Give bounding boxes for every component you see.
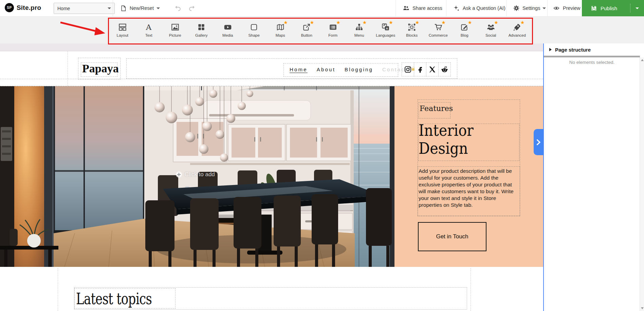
shape-icon xyxy=(249,23,259,32)
chevron-down-icon xyxy=(542,7,546,9)
get-in-touch-button[interactable]: Get in Touch xyxy=(418,222,486,251)
toolbar-item-picture[interactable]: Picture xyxy=(162,18,188,42)
new-reset-button[interactable]: New/Reset xyxy=(119,0,160,16)
breakpoint-ruler xyxy=(0,43,543,51)
pro-star-icon: ★ xyxy=(336,20,341,25)
topbar-separator xyxy=(113,0,113,16)
topbar-separator xyxy=(506,0,507,16)
slide-panel-handle-button[interactable] xyxy=(534,129,543,155)
scroll-down-icon xyxy=(641,307,644,309)
toolbar-item-label: Languages xyxy=(376,33,395,37)
menu-sitemap-icon: ★ xyxy=(354,23,364,32)
media-icon xyxy=(223,23,233,32)
maps-icon: ★ xyxy=(275,23,286,32)
feature-eyebrow[interactable]: Features xyxy=(420,104,453,113)
toolbar-item-form[interactable]: ★ Form xyxy=(320,18,346,42)
hero-section[interactable]: Click to add Features Interior Design Ad… xyxy=(0,86,543,267)
chevron-down-icon xyxy=(108,7,111,9)
toolbar-item-label: Blog xyxy=(461,33,468,37)
brand: SP Site.pro xyxy=(5,3,41,12)
chevron-down-icon xyxy=(636,7,639,9)
toolbar-item-commerce[interactable]: ★ Commerce xyxy=(425,18,452,42)
toolbar-item-label: Menu xyxy=(354,33,364,37)
editor-guide-line xyxy=(68,51,68,86)
page-structure-title: Page structure xyxy=(555,47,591,53)
facebook-icon[interactable] xyxy=(414,62,426,76)
toolbar-item-text[interactable]: A Text xyxy=(136,18,162,42)
toolbar-item-label: Commerce xyxy=(429,33,448,37)
page-selector-dropdown[interactable]: Home xyxy=(54,3,115,14)
nav-link-home[interactable]: Home xyxy=(290,67,308,72)
text-icon: A xyxy=(144,23,154,32)
preview-button[interactable]: Preview xyxy=(553,0,581,16)
instagram-icon[interactable] xyxy=(402,62,414,76)
page-structure-toggle[interactable]: Page structure xyxy=(544,43,644,56)
toolbar-item-advanced[interactable]: ★ Advanced xyxy=(504,18,531,42)
panel-scrollbar[interactable] xyxy=(640,57,644,311)
toolbar-item-media[interactable]: Media xyxy=(215,18,241,42)
social-links xyxy=(402,62,451,76)
redo-button[interactable] xyxy=(188,4,196,12)
toolbar-item-label: Text xyxy=(145,33,152,37)
button-icon: ★ xyxy=(301,23,312,32)
page-structure-panel: Page structure No elements selected. xyxy=(543,43,644,311)
preview-label: Preview xyxy=(563,5,581,11)
sparkle-ai-icon xyxy=(453,4,460,12)
toolbar-item-menu[interactable]: ★ Menu xyxy=(346,18,373,42)
toolbar-item-social[interactable]: ★ Social xyxy=(478,18,504,42)
pro-star-icon: ★ xyxy=(389,20,393,25)
toolbar-item-label: Media xyxy=(222,33,233,37)
cart-icon: ★ xyxy=(433,23,443,32)
toolbar-item-label: Maps xyxy=(276,33,285,37)
undo-button[interactable] xyxy=(174,4,182,12)
toolbar-item-blog[interactable]: ★ Blog xyxy=(452,18,478,42)
toolbar-item-layout[interactable]: Layout xyxy=(109,18,136,42)
toolbar-item-label: Button xyxy=(301,33,312,37)
toolbar-item-maps[interactable]: ★ Maps xyxy=(267,18,294,42)
triangle-right-icon xyxy=(549,48,552,51)
feature-title[interactable]: Interior Design xyxy=(419,122,474,158)
ask-ai-label: Ask a Question (AI) xyxy=(463,5,505,11)
chevron-down-icon xyxy=(157,7,160,9)
toolbar-item-label: Layout xyxy=(116,33,128,37)
panel-divider xyxy=(544,56,640,57)
pro-star-icon: ★ xyxy=(468,20,472,25)
toolbar-item-gallery[interactable]: Gallery xyxy=(188,18,215,42)
toolbar-item-shape[interactable]: Shape xyxy=(241,18,268,42)
toolbar-item-languages[interactable]: A ★ Languages xyxy=(372,18,399,42)
toolbar-item-blocks[interactable]: ★ Blocks xyxy=(399,18,425,42)
pro-star-icon: ★ xyxy=(520,20,525,25)
publish-dropdown-button[interactable] xyxy=(630,4,644,13)
toolbar-item-label: Social xyxy=(485,33,496,37)
latest-topics-heading[interactable]: Latest topics xyxy=(76,289,152,308)
share-access-button[interactable]: Share access xyxy=(402,0,442,16)
element-toolbar-items: Layout A Text Picture Gallery Media Shap… xyxy=(109,18,530,42)
hero-feature-panel[interactable]: Features Interior Design Add your produc… xyxy=(394,86,543,267)
site-canvas[interactable]: Papaya Home About Blogging Contacts xyxy=(0,51,543,311)
site-logo-text[interactable]: Papaya xyxy=(82,62,119,75)
blog-edit-icon: ★ xyxy=(459,23,470,32)
pro-star-icon: ★ xyxy=(415,20,420,25)
reddit-icon[interactable] xyxy=(438,62,451,76)
toolbar-item-label: Gallery xyxy=(195,33,207,37)
publish-button[interactable]: Publish xyxy=(582,0,644,16)
toolbar-item-label: Blocks xyxy=(406,33,418,37)
scroll-up-icon xyxy=(641,59,644,61)
chevron-right-icon xyxy=(536,139,540,145)
toolbar-item-button[interactable]: ★ Button xyxy=(294,18,320,42)
topbar-separator xyxy=(547,0,548,16)
click-to-add-button[interactable]: Click to add xyxy=(176,171,215,178)
panel-empty-message: No elements selected. xyxy=(544,60,640,65)
feature-description[interactable]: Add your product description that will b… xyxy=(419,168,520,208)
feature-title-line1: Interior xyxy=(419,122,474,140)
ask-ai-button[interactable]: Ask a Question (AI) xyxy=(453,0,505,16)
languages-icon: A ★ xyxy=(381,23,391,32)
nav-link-about[interactable]: About xyxy=(317,67,335,72)
settings-button[interactable]: Settings xyxy=(513,0,546,16)
x-icon[interactable] xyxy=(426,62,439,76)
social-people-icon: ★ xyxy=(486,23,496,32)
add-plus-icon xyxy=(176,171,182,178)
nav-link-blogging[interactable]: Blogging xyxy=(345,67,373,72)
toolbar-item-label: Shape xyxy=(249,33,260,37)
pro-star-icon: ★ xyxy=(310,20,314,25)
